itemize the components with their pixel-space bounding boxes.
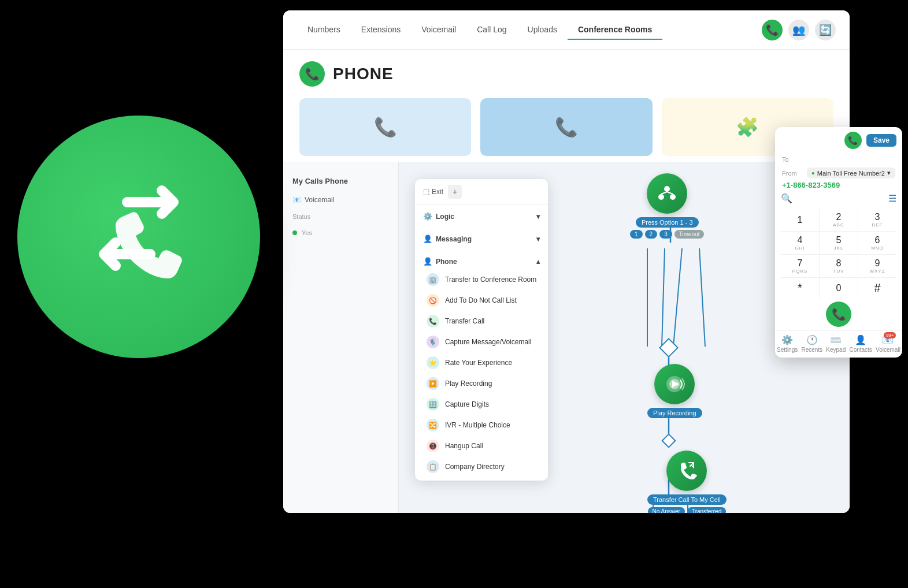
badge-3: 3 xyxy=(659,230,672,239)
key-9[interactable]: 9 WXYZ xyxy=(858,255,896,277)
main-content: My Calls Phone 📧 Voicemail Status Yes ⬚ … xyxy=(283,162,850,513)
dialer-keypad: 1 2 ABC 3 DEF 4 GHI 5 JKL 6 MNO 7 PQRS 8 xyxy=(781,209,896,298)
nav-refresh-icon[interactable]: 🔄 xyxy=(815,20,836,40)
ivr-icon: 🔀 xyxy=(427,419,439,431)
key-7[interactable]: 7 PQRS xyxy=(781,255,819,277)
key-6-main: 6 xyxy=(875,235,880,245)
menu-item-transfer-conference[interactable]: 🏢 Transfer to Conference Room xyxy=(415,269,548,290)
card-2[interactable]: 📞 xyxy=(480,98,652,156)
key-0-main: 0 xyxy=(836,283,842,293)
svg-line-4 xyxy=(699,248,705,347)
selector-chevron: ▾ xyxy=(887,169,891,177)
capture-voicemail-icon: 🎙️ xyxy=(427,336,439,348)
press-option-badges: 1 2 3 Timeout xyxy=(630,230,704,239)
dialer-green-call-button[interactable]: 📞 xyxy=(826,302,851,327)
logic-section-header[interactable]: ⚙️ Logic ▾ xyxy=(415,209,548,224)
key-0[interactable]: 0 xyxy=(820,278,858,298)
key-8-main: 8 xyxy=(836,258,842,269)
key-4[interactable]: 4 GHI xyxy=(781,232,819,254)
tab-keypad[interactable]: ⌨️ Keypad xyxy=(826,334,846,353)
tab-calllog[interactable]: Call Log xyxy=(466,20,517,40)
save-button[interactable]: Save xyxy=(866,134,896,147)
tab-voicemail[interactable]: 📧 99+ Voicemail xyxy=(876,334,900,353)
dialer-call-icon-btn[interactable]: 📞 xyxy=(844,132,862,149)
phone-section-chevron: ▴ xyxy=(536,258,540,266)
badge-2: 2 xyxy=(645,230,658,239)
menu-item-company-directory[interactable]: 📋 Company Directory xyxy=(415,456,548,477)
key-hash[interactable]: # xyxy=(858,278,896,298)
tab-voicemail[interactable]: Voicemail xyxy=(411,20,466,40)
key-4-main: 4 xyxy=(798,235,803,245)
diamond-connector xyxy=(659,338,679,358)
key-6[interactable]: 6 MNO xyxy=(858,232,896,254)
tab-conference-rooms[interactable]: Conference Rooms xyxy=(568,20,662,40)
menu-icon[interactable]: ☰ xyxy=(888,193,896,204)
key-star[interactable]: * xyxy=(781,278,819,298)
number-name: Main Toll Free Number2 xyxy=(817,170,885,177)
card-strip: 📞 📞 🧩 xyxy=(283,98,850,156)
exit-button[interactable]: ⬚ Exit xyxy=(423,188,443,196)
nav-people-icon[interactable]: 👥 xyxy=(788,20,809,40)
svg-point-11 xyxy=(658,194,664,200)
my-calls-label: My Calls Phone xyxy=(283,171,398,191)
key-8[interactable]: 8 TUV xyxy=(820,255,858,277)
logic-section: ⚙️ Logic ▾ xyxy=(415,205,548,228)
menu-item-ivr[interactable]: 🔀 IVR - Multiple Choice xyxy=(415,415,548,436)
status-row: Status xyxy=(283,209,398,225)
key-2-main: 2 xyxy=(836,212,842,222)
voicemail-badge: 99+ xyxy=(884,332,896,338)
search-icon[interactable]: 🔍 xyxy=(781,193,792,204)
tab-numbers[interactable]: Numbers xyxy=(297,20,351,40)
voicemail-icon-wrap: 📧 99+ xyxy=(882,334,894,345)
tab-settings[interactable]: ⚙️ Settings xyxy=(777,334,798,353)
card-1-icon: 📞 xyxy=(374,116,397,138)
dialer-top-bar: 📞 Save xyxy=(775,127,902,154)
tab-contacts[interactable]: 👤 Contacts xyxy=(849,334,872,353)
number-selector[interactable]: ● Main Toll Free Number2 ▾ xyxy=(807,168,895,178)
menu-item-capture-voicemail[interactable]: 🎙️ Capture Message/Voicemail xyxy=(415,332,548,352)
press-option-circle xyxy=(647,173,687,214)
nav-tabs: Numbers Extensions Voicemail Call Log Up… xyxy=(297,20,762,40)
yes-badge xyxy=(292,230,297,235)
menu-item-capture-digits[interactable]: 🔢 Capture Digits xyxy=(415,394,548,415)
page-title: PHONE xyxy=(333,65,394,83)
key-5[interactable]: 5 JKL xyxy=(820,232,858,254)
svg-point-10 xyxy=(664,186,670,192)
dialer-from-row: From ● Main Toll Free Number2 ▾ xyxy=(775,165,902,180)
key-1[interactable]: 1 xyxy=(781,209,819,231)
messaging-icon: 👤 xyxy=(423,235,432,243)
flow-node-transfer-cell[interactable]: Transfer Call To My Cell No Answer Trans… xyxy=(647,451,727,513)
key-8-sub: TUV xyxy=(833,269,844,274)
phone-header-icon: 📞 xyxy=(299,61,325,87)
key-5-main: 5 xyxy=(836,235,842,245)
key-9-sub: WXYZ xyxy=(869,269,885,274)
nav-phone-icon[interactable]: 📞 xyxy=(762,20,783,40)
do-not-call-icon: 🚫 xyxy=(427,294,439,307)
menu-item-do-not-call[interactable]: 🚫 Add To Do Not Call List xyxy=(415,290,548,311)
svg-line-13 xyxy=(661,192,667,194)
transfer-conference-icon: 🏢 xyxy=(427,273,439,286)
phone-section-header[interactable]: 👤 Phone ▴ xyxy=(415,254,548,269)
diamond-connector-2 xyxy=(661,433,676,448)
menu-item-play-recording[interactable]: ▶️ Play Recording xyxy=(415,373,548,394)
add-button[interactable]: + xyxy=(448,185,462,199)
tab-uploads[interactable]: Uploads xyxy=(517,20,568,40)
menu-item-hangup[interactable]: 📵 Hangup Call xyxy=(415,436,548,456)
menu-item-rate-experience[interactable]: ⭐ Rate Your Experience xyxy=(415,352,548,373)
key-hash-main: # xyxy=(874,281,880,295)
exit-icon: ⬚ xyxy=(423,188,429,196)
messaging-section-header[interactable]: 👤 Messaging ▾ xyxy=(415,231,548,247)
tab-extensions[interactable]: Extensions xyxy=(351,20,411,40)
svg-line-2 xyxy=(662,248,665,347)
voicemail-label[interactable]: 📧 Voicemail xyxy=(283,191,398,209)
key-2[interactable]: 2 ABC xyxy=(820,209,858,231)
key-7-main: 7 xyxy=(798,258,803,269)
contacts-icon: 👤 xyxy=(855,334,866,345)
menu-item-transfer-call[interactable]: 📞 Transfer Call xyxy=(415,311,548,332)
tab-recents[interactable]: 🕐 Recents xyxy=(801,334,822,353)
key-3[interactable]: 3 DEF xyxy=(858,209,896,231)
flow-node-press-option[interactable]: Press Option 1 - 3 1 2 3 Timeout xyxy=(630,173,704,239)
card-1[interactable]: 📞 xyxy=(299,98,471,156)
capture-digits-icon: 🔢 xyxy=(427,398,439,411)
flow-node-play-recording[interactable]: Play Recording xyxy=(647,364,702,418)
